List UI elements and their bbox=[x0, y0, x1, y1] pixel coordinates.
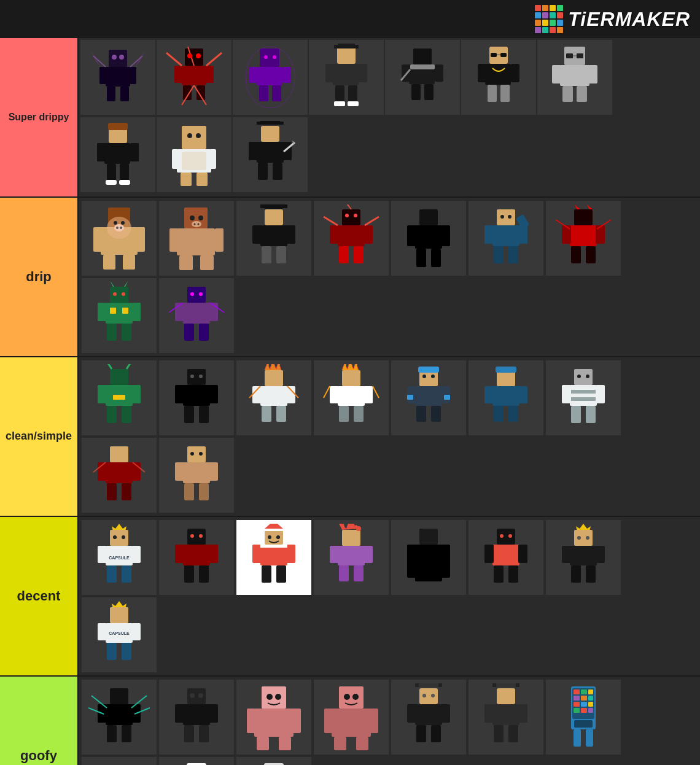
svg-rect-181 bbox=[184, 324, 194, 341]
svg-rect-44 bbox=[413, 49, 432, 64]
svg-rect-362 bbox=[356, 737, 368, 750]
svg-rect-361 bbox=[334, 737, 346, 750]
svg-text:CAPSULE: CAPSULE bbox=[109, 556, 130, 560]
svg-rect-78 bbox=[119, 180, 130, 185]
svg-point-348 bbox=[198, 693, 203, 698]
svg-rect-67 bbox=[566, 53, 573, 58]
svg-rect-207 bbox=[276, 406, 286, 422]
svg-rect-369 bbox=[407, 704, 416, 723]
svg-rect-148 bbox=[484, 225, 494, 244]
svg-rect-77 bbox=[106, 180, 117, 185]
svg-rect-376 bbox=[496, 683, 516, 687]
svg-rect-111 bbox=[177, 228, 215, 255]
svg-rect-309 bbox=[494, 565, 504, 583]
svg-rect-196 bbox=[175, 385, 184, 403]
tier-row-drip: drip bbox=[0, 198, 700, 357]
svg-point-119 bbox=[194, 223, 196, 225]
svg-rect-266 bbox=[98, 546, 107, 563]
svg-rect-151 bbox=[508, 246, 518, 263]
svg-rect-211 bbox=[338, 386, 365, 406]
svg-rect-177 bbox=[187, 287, 206, 303]
svg-marker-172 bbox=[124, 282, 128, 287]
svg-rect-275 bbox=[209, 545, 218, 563]
svg-rect-233 bbox=[518, 386, 527, 403]
svg-rect-182 bbox=[199, 324, 209, 341]
svg-rect-398 bbox=[574, 729, 581, 747]
svg-rect-382 bbox=[508, 725, 518, 742]
svg-rect-5 bbox=[120, 87, 129, 101]
svg-rect-332 bbox=[106, 704, 133, 725]
svg-line-19 bbox=[206, 53, 222, 66]
svg-rect-142 bbox=[407, 225, 416, 246]
list-item bbox=[82, 201, 157, 276]
svg-rect-64 bbox=[588, 65, 597, 83]
svg-point-117 bbox=[198, 216, 203, 220]
svg-point-373 bbox=[422, 694, 426, 697]
svg-point-24 bbox=[196, 53, 201, 58]
svg-rect-300 bbox=[354, 565, 364, 581]
svg-rect-256 bbox=[175, 462, 184, 481]
tier-content-drip bbox=[77, 198, 700, 356]
svg-rect-328 bbox=[131, 623, 141, 640]
tier-row-super-drippy: Super drippy bbox=[0, 38, 700, 198]
list-item bbox=[159, 520, 234, 595]
svg-point-6 bbox=[112, 55, 117, 60]
svg-rect-238 bbox=[570, 390, 597, 394]
svg-point-278 bbox=[190, 534, 194, 538]
svg-rect-330 bbox=[122, 643, 131, 660]
svg-rect-75 bbox=[107, 164, 116, 181]
svg-point-260 bbox=[190, 452, 194, 456]
svg-point-107 bbox=[114, 224, 124, 231]
svg-rect-16 bbox=[183, 85, 192, 100]
svg-rect-206 bbox=[262, 406, 271, 422]
svg-rect-129 bbox=[342, 209, 360, 225]
svg-rect-372 bbox=[431, 725, 441, 742]
svg-rect-213 bbox=[364, 386, 373, 403]
svg-rect-160 bbox=[586, 246, 596, 263]
svg-rect-133 bbox=[339, 246, 349, 263]
svg-rect-15 bbox=[206, 66, 214, 83]
svg-rect-205 bbox=[286, 386, 295, 403]
svg-rect-198 bbox=[184, 406, 194, 423]
svg-rect-103 bbox=[123, 255, 135, 270]
svg-rect-94 bbox=[258, 163, 268, 180]
svg-rect-122 bbox=[264, 204, 284, 209]
svg-rect-26 bbox=[257, 67, 282, 85]
svg-rect-48 bbox=[411, 84, 421, 100]
svg-rect-215 bbox=[354, 406, 364, 422]
list-item bbox=[314, 520, 389, 595]
svg-point-109 bbox=[120, 227, 122, 229]
svg-rect-272 bbox=[187, 529, 206, 545]
header: TiERMAKER bbox=[0, 0, 700, 38]
svg-rect-168 bbox=[131, 303, 141, 321]
svg-rect-343 bbox=[175, 704, 184, 723]
svg-rect-83 bbox=[210, 149, 216, 169]
svg-rect-371 bbox=[416, 725, 426, 742]
svg-rect-307 bbox=[484, 545, 494, 563]
svg-point-106 bbox=[121, 221, 125, 225]
svg-marker-162 bbox=[586, 204, 593, 209]
svg-rect-145 bbox=[431, 249, 441, 267]
svg-rect-112 bbox=[169, 228, 178, 252]
svg-rect-377 bbox=[497, 688, 515, 704]
svg-point-116 bbox=[190, 216, 195, 220]
list-item bbox=[469, 520, 543, 595]
svg-rect-353 bbox=[257, 737, 269, 750]
svg-rect-228 bbox=[444, 395, 450, 400]
svg-rect-255 bbox=[183, 462, 210, 483]
list-item bbox=[391, 201, 466, 276]
svg-point-186 bbox=[199, 292, 203, 296]
svg-point-154 bbox=[508, 215, 511, 219]
svg-rect-301 bbox=[419, 529, 438, 545]
svg-rect-30 bbox=[272, 85, 281, 101]
svg-rect-81 bbox=[182, 152, 206, 170]
svg-point-347 bbox=[190, 693, 195, 698]
svg-rect-113 bbox=[215, 228, 224, 252]
svg-rect-289 bbox=[260, 545, 287, 548]
svg-rect-286 bbox=[286, 545, 295, 563]
svg-rect-394 bbox=[574, 708, 580, 713]
svg-point-225 bbox=[422, 375, 426, 378]
tier-content-decent: CAPSULE bbox=[77, 517, 700, 675]
list-item bbox=[469, 360, 543, 435]
svg-rect-147 bbox=[492, 225, 519, 246]
